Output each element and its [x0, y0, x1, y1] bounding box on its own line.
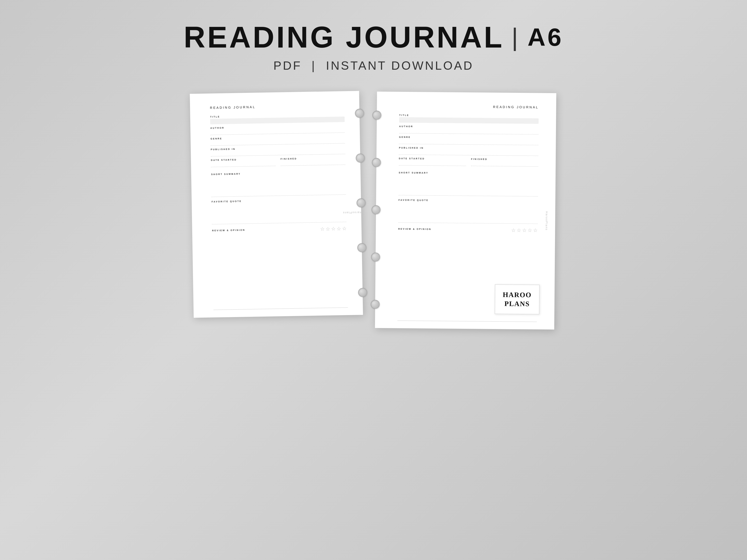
- r-star-4[interactable]: ☆: [527, 227, 532, 233]
- r-genre-field-row: GENRE: [399, 136, 538, 145]
- r-genre-line: [399, 139, 538, 145]
- r-genre-label: GENRE: [399, 136, 539, 140]
- subtitle-pipe: |: [311, 59, 316, 72]
- r-published-line: [399, 150, 538, 156]
- r-star-5[interactable]: ☆: [533, 227, 538, 233]
- review-label: REVIEW & OPINION: [212, 229, 245, 232]
- left-journal-page: READING JOURNAL TITLE AUTHOR GENRE PUBLI…: [190, 91, 363, 318]
- r-date-started-field: DATE STARTED: [399, 157, 466, 166]
- date-row: DATE STARTED FINISHED: [211, 157, 345, 169]
- finished-field: FINISHED: [281, 157, 345, 166]
- summary-area[interactable]: [211, 175, 346, 197]
- r-date-row: DATE STARTED FINISHED: [398, 157, 538, 169]
- title-field-row: TITLE: [210, 113, 345, 124]
- left-page-journal-label: READING JOURNAL: [210, 104, 344, 109]
- ring-r1: [372, 111, 381, 120]
- r-author-line: [399, 128, 539, 135]
- haroo-plans-logo: HAROO PLANS: [494, 284, 540, 315]
- ring-1: [355, 109, 364, 118]
- star-2[interactable]: ☆: [326, 226, 330, 232]
- right-watermark: HarooPlans: [545, 211, 548, 231]
- date-started-label: DATE STARTED: [211, 158, 276, 162]
- r-author-field-row: AUTHOR: [399, 125, 539, 135]
- date-started-line: [211, 161, 276, 167]
- pages-container: READING JOURNAL TITLE AUTHOR GENRE PUBLI…: [192, 92, 555, 329]
- r-title-label: TITLE: [399, 114, 539, 118]
- logo-line1: HAROO: [503, 290, 532, 299]
- ring-r2: [372, 158, 381, 167]
- title-text: READING JOURNAL: [184, 20, 504, 54]
- page-header-section: READING JOURNAL | A6 PDF | INSTANT DOWNL…: [184, 20, 564, 73]
- r-title-field-row: TITLE: [399, 114, 539, 124]
- left-bottom-line: [213, 308, 348, 310]
- left-watermark: HarooPlans: [343, 211, 362, 214]
- logo-line2: PLANS: [503, 299, 532, 309]
- ring-r5: [371, 300, 380, 309]
- finished-label: FINISHED: [281, 157, 345, 160]
- quote-area[interactable]: [212, 202, 346, 224]
- right-page-journal-label: READING JOURNAL: [400, 104, 539, 109]
- date-started-field: DATE STARTED: [211, 158, 276, 167]
- logo-text: HAROO PLANS: [503, 290, 532, 309]
- subtitle-download: INSTANT DOWNLOAD: [326, 59, 473, 72]
- size-label: A6: [527, 23, 563, 52]
- r-published-field-row: PUBLISHED IN: [399, 146, 538, 156]
- r-finished-label: FINISHED: [471, 158, 538, 161]
- author-field-row: AUTHOR: [210, 125, 345, 135]
- star-4[interactable]: ☆: [337, 225, 341, 232]
- star-5[interactable]: ☆: [342, 225, 346, 232]
- r-date-started-line: [399, 161, 466, 166]
- r-finished-line: [471, 161, 538, 166]
- ring-4: [357, 243, 366, 252]
- r-published-label: PUBLISHED IN: [399, 146, 538, 150]
- ring-2: [356, 154, 365, 163]
- subtitle-pdf: PDF: [274, 59, 302, 72]
- r-finished-field: FINISHED: [471, 158, 538, 166]
- r-quote-area[interactable]: [398, 203, 538, 224]
- review-row: REVIEW & OPINION ☆ ☆ ☆ ☆ ☆: [212, 225, 346, 234]
- ring-3: [357, 198, 366, 208]
- r-review-label: REVIEW & OPINION: [398, 228, 431, 230]
- r-star-rating[interactable]: ☆ ☆ ☆ ☆ ☆: [511, 227, 538, 234]
- right-journal-page: READING JOURNAL TITLE AUTHOR GENRE PUBLI…: [375, 91, 556, 329]
- main-title: READING JOURNAL | A6: [184, 20, 564, 54]
- star-1[interactable]: ☆: [320, 226, 325, 232]
- r-short-summary-label: SHORT SUMMARY: [398, 171, 538, 175]
- r-favorite-quote-label: FAVORITE QUOTE: [398, 199, 538, 203]
- published-field-row: PUBLISHED IN: [211, 146, 345, 156]
- r-title-input[interactable]: [399, 117, 539, 124]
- finished-line: [281, 160, 345, 166]
- r-date-started-label: DATE STARTED: [399, 157, 466, 160]
- right-page-rings: [370, 91, 382, 328]
- r-review-row: REVIEW & OPINION ☆ ☆ ☆ ☆ ☆: [398, 226, 538, 234]
- r-author-label: AUTHOR: [399, 125, 539, 129]
- ring-5: [358, 288, 367, 297]
- r-summary-area[interactable]: [398, 176, 538, 196]
- r-star-2[interactable]: ☆: [517, 227, 521, 233]
- genre-field-row: GENRE: [210, 135, 345, 145]
- ring-r4: [371, 252, 380, 262]
- star-rating[interactable]: ☆ ☆ ☆ ☆ ☆: [320, 225, 346, 232]
- star-3[interactable]: ☆: [331, 226, 336, 232]
- r-star-1[interactable]: ☆: [511, 227, 516, 233]
- title-separator: |: [511, 23, 520, 52]
- ring-r3: [371, 205, 381, 214]
- subtitle: PDF | INSTANT DOWNLOAD: [184, 59, 564, 73]
- right-bottom-line: [397, 321, 537, 322]
- r-star-3[interactable]: ☆: [522, 227, 526, 233]
- left-page-rings: [355, 91, 367, 315]
